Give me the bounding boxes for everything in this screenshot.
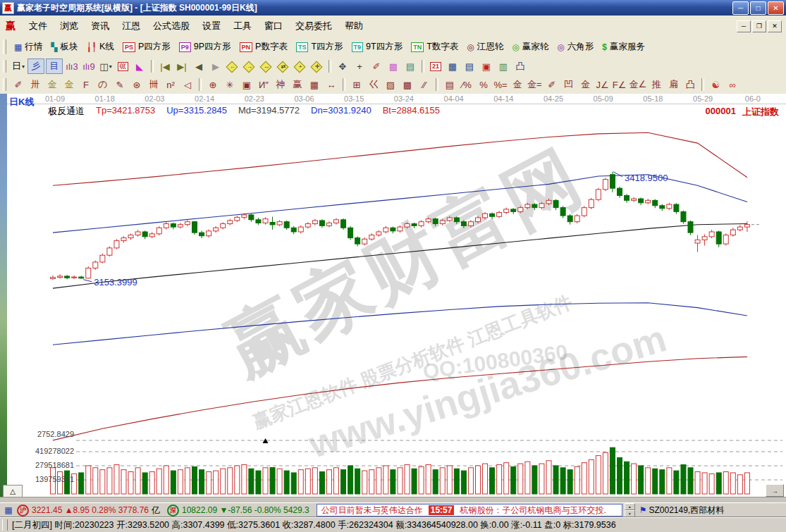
f-ruler-icon[interactable]: F [78,78,94,92]
ruler2-icon[interactable]: 卌 [146,78,161,92]
winner-wheel-button[interactable]: ◎赢家轮 [508,39,553,54]
bars-9-icon[interactable]: ılı9 [81,59,97,73]
winner-service-button[interactable]: $赢家服务 [598,39,649,54]
scroll-right-button[interactable]: → [766,484,784,497]
p-square-button[interactable]: PSP四方形 [118,39,175,54]
t-square-button[interactable]: TST四方形 [292,39,348,54]
next-bar-icon[interactable]: ▶ [208,59,223,73]
first-bar-icon[interactable]: |◀ [157,59,173,73]
diamond-left-icon[interactable]: ← [225,60,240,73]
wave-box-icon[interactable]: 凹 [561,78,577,92]
mdi-minimize-button[interactable]: ─ [737,20,751,32]
grid-circle-icon[interactable]: ▣ [239,78,254,92]
pages-icon[interactable]: ▤ [403,59,418,73]
menu-item-3[interactable]: 资讯 [85,18,116,35]
gann-wheel-button[interactable]: ◎江恩轮 [462,39,508,54]
candle-style-dropdown[interactable]: ◫▾ [98,59,113,73]
tui-icon[interactable]: 推 [649,78,664,92]
tu-icon[interactable]: 凸 [682,78,698,92]
diamond-swap-icon[interactable]: ⇄ [276,60,291,73]
diamond-target-icon[interactable]: ✛ [309,60,325,73]
paint-chart-icon[interactable]: ◣ [132,59,147,73]
menu-item-2[interactable]: 浏览 [54,18,85,35]
spinner-up-icon[interactable]: ▲ [625,503,635,510]
infinity-icon[interactable]: ∞ [725,78,740,92]
diamond-hmove-icon[interactable]: ↔ [259,60,274,73]
star-circle-icon[interactable]: ✳ [222,78,238,92]
diamond-right-icon[interactable]: → [242,60,257,73]
gold-grid-icon[interactable]: 金 [578,78,594,92]
menu-item-8[interactable]: 窗口 [258,18,289,35]
minimize-button[interactable]: ─ [732,1,749,15]
prev-bar-icon[interactable]: ◀ [191,59,207,73]
yinyang-icon[interactable]: ☯ [708,78,723,92]
mdi-close-button[interactable]: ✕ [768,20,782,32]
compass-icon[interactable]: ⊕ [205,78,221,92]
percent-line-icon[interactable]: %= [493,78,508,92]
hand-tool-icon[interactable]: ✥ [335,59,350,73]
chart-area[interactable]: 赢家财富网 www.yingjia360.com QQ:100800360 赢家… [0,94,786,502]
percent-slash-icon[interactable]: ⁄% [459,78,474,92]
notepad-icon[interactable]: ▤ [462,59,477,73]
snapshot-icon[interactable]: ▥ [496,59,511,73]
9t-square-button[interactable]: T99T四方形 [348,39,407,54]
menu-item-10[interactable]: 帮助 [338,18,369,35]
zigzag-icon[interactable]: 彡 [27,58,44,74]
gold-angle-icon[interactable]: 金∠ [629,78,648,92]
pointer-tool-icon[interactable]: ✐ [369,59,384,73]
grid-box-icon[interactable]: ▩ [400,78,415,92]
news-ticker[interactable]: 公司目前暂未与英伟达合作 15:57 杭钢股份：子公司杭钢电商与玉环交投. [317,504,622,516]
mdi-restore-button[interactable]: ❐ [752,20,766,32]
ying-grid-icon[interactable]: 赢 [290,78,305,92]
indicator-toggle-button[interactable]: △ [3,485,23,497]
gold-ratio-icon[interactable]: 金 [44,78,60,92]
parallel-lines-icon[interactable]: ⁄⁄ [417,78,432,92]
menu-item-9[interactable]: 交易委托 [289,18,338,35]
hexagon-button[interactable]: ◎六角形 [553,39,598,54]
t-number-table-button[interactable]: TNT数字表 [407,39,462,54]
brush-angle-icon[interactable]: ✐ [544,78,560,92]
window-grid-icon[interactable]: ⊞ [349,78,364,92]
bian-icon[interactable]: 扁 [665,78,681,92]
shen-grid-icon[interactable]: 神 [273,78,288,92]
close-button[interactable]: ✕ [768,1,784,15]
j-angle-icon[interactable]: J∠ [595,78,610,92]
menu-item-1[interactable]: 文件 [23,18,54,35]
diamond-cross-icon[interactable]: + [293,60,308,73]
calculator-icon[interactable]: ▦ [445,59,460,73]
grid-123-icon[interactable]: ▦ [307,78,322,92]
p-number-table-button[interactable]: PNP数字表 [235,39,292,54]
bars-3-icon[interactable]: ılı3 [64,59,80,73]
kline-button[interactable]: ╽╿K线 [82,39,118,54]
print-icon[interactable]: 凸 [512,59,528,73]
gold-ruler-icon[interactable]: 金 [61,78,77,92]
stamp-tool-icon[interactable]: ▩ [386,59,401,73]
n2-icon[interactable]: n² [163,78,178,92]
menu-item-7[interactable]: 工具 [227,18,258,35]
period-day-dropdown[interactable]: 日▾ [11,59,26,73]
quotes-button[interactable]: ▦行情 [10,39,47,54]
angle-flag-icon[interactable]: ◁ [180,78,195,92]
menu-item-4[interactable]: 江恩 [116,18,147,35]
channel-tool-icon[interactable]: 巛 [115,59,130,73]
f-angle-icon[interactable]: F∠ [612,78,627,92]
9p-square-button[interactable]: P99P四方形 [175,39,235,54]
calendar-icon[interactable]: 21 [428,59,443,73]
percent-table-icon[interactable]: ▤ [442,78,458,92]
fan-box-icon[interactable]: ▨ [383,78,398,92]
maximize-button[interactable]: □ [750,1,766,15]
brush-tool-icon[interactable]: ✐ [11,78,26,92]
percent-icon[interactable]: % [476,78,491,92]
grid-ruler-icon[interactable]: 卅 [27,78,43,92]
gold-line-icon[interactable]: 金= [527,78,543,92]
menu-item-6[interactable]: 设置 [196,18,227,35]
double-prime-icon[interactable]: И″ [256,78,271,92]
kline-chart[interactable]: 3418.95003153.3999 [0,94,786,502]
quote-grid-icon[interactable]: ▦ [3,505,14,515]
spiral-icon[interactable]: の [95,78,111,92]
width-arrows-icon[interactable]: ↔ [324,78,339,92]
sectors-button[interactable]: ▚板块 [47,39,82,54]
crosshair-tool-icon[interactable]: + [352,59,367,73]
last-bar-icon[interactable]: ▶| [174,59,190,73]
brush2-icon[interactable]: ✎ [112,78,128,92]
